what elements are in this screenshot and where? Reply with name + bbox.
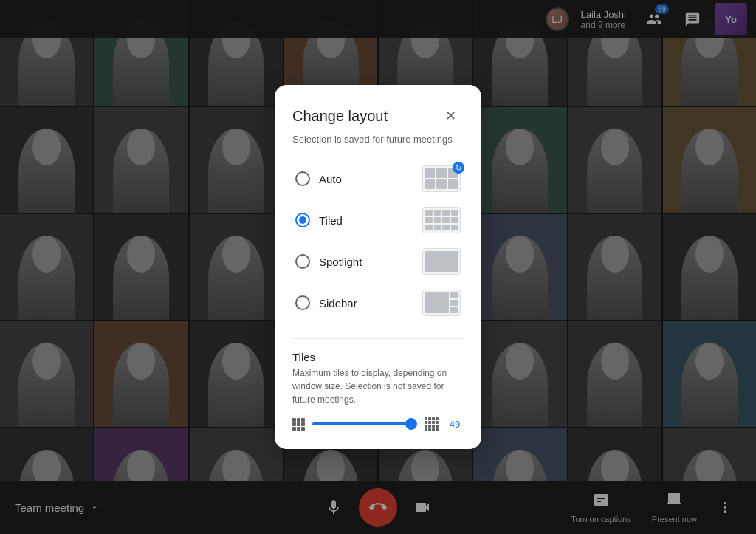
preview-cell: [425, 217, 433, 223]
layout-option-spotlight-left: Spotlight: [295, 254, 362, 269]
preview-cell: [425, 210, 433, 216]
preview-cell: [425, 179, 435, 189]
preview-cell: [448, 179, 458, 189]
sidebar-label: Sidebar: [319, 297, 357, 309]
auto-label: Auto: [319, 173, 342, 185]
spotlight-preview: [422, 248, 461, 275]
preview-cell: [436, 168, 446, 178]
auto-preview: ↻: [422, 165, 461, 192]
slider-row: 49: [292, 417, 464, 431]
slider-fill: [312, 422, 412, 425]
preview-side-cell: [450, 300, 458, 306]
dialog-header: Change layout ✕: [292, 103, 464, 129]
modal-overlay: Change layout ✕ Selection is saved for f…: [0, 0, 756, 534]
preview-cell: [451, 225, 458, 230]
refresh-icon: ↻: [453, 162, 464, 174]
preview-side-cell: [450, 307, 458, 313]
dialog-title: Change layout: [292, 108, 388, 125]
preview-cell: [425, 168, 435, 178]
sidebar-radio: [295, 295, 310, 310]
layout-option-auto[interactable]: Auto ↻: [292, 158, 464, 199]
tiles-section: Tiles Maximum tiles to display, dependin…: [292, 338, 464, 431]
layout-option-spotlight[interactable]: Spotlight: [292, 241, 464, 282]
spotlight-radio: [295, 254, 310, 269]
tiled-label: Tiled: [319, 214, 343, 227]
layout-option-sidebar-left: Sidebar: [295, 295, 357, 310]
slider-track: [312, 422, 417, 425]
sidebar-preview: [422, 290, 461, 316]
tiles-description: Maximum tiles to display, depending on w…: [292, 366, 464, 406]
preview-cell: [442, 210, 450, 216]
tiles-slider[interactable]: [312, 417, 417, 431]
auto-radio: [295, 171, 310, 186]
preview-cell: [451, 217, 458, 223]
change-layout-dialog: Change layout ✕ Selection is saved for f…: [275, 85, 481, 449]
layout-option-auto-left: Auto: [295, 171, 342, 186]
dialog-subtitle: Selection is saved for future meetings: [292, 134, 464, 145]
layout-option-tiled-left: Tiled: [295, 213, 343, 227]
preview-main-cell: [425, 251, 458, 272]
slider-value: 49: [446, 419, 464, 430]
preview-side-column: [450, 292, 458, 313]
preview-side-cell: [450, 292, 458, 298]
tiled-preview: [422, 207, 461, 233]
preview-cell: [434, 210, 441, 216]
tiled-radio: [295, 213, 310, 227]
preview-cell: [451, 210, 458, 216]
layout-options: Auto ↻ Tiled: [292, 158, 464, 324]
preview-cell: [434, 225, 441, 230]
slider-thumb[interactable]: [405, 418, 417, 430]
layout-option-tiled[interactable]: Tiled: [292, 199, 464, 241]
preview-main-column: [425, 292, 449, 313]
preview-cell: [434, 217, 441, 223]
spotlight-label: Spotlight: [319, 256, 362, 268]
preview-cell: [425, 225, 433, 230]
preview-cell: [442, 225, 450, 230]
close-icon: ✕: [445, 108, 456, 124]
grid-small-icon: [292, 418, 305, 431]
tiled-radio-inner: [299, 216, 306, 224]
preview-cell: [442, 217, 450, 223]
close-dialog-button[interactable]: ✕: [437, 103, 464, 129]
layout-option-sidebar[interactable]: Sidebar: [292, 282, 464, 324]
preview-cell: [436, 179, 446, 189]
grid-large-icon: [425, 417, 439, 431]
tiles-title: Tiles: [292, 351, 464, 363]
